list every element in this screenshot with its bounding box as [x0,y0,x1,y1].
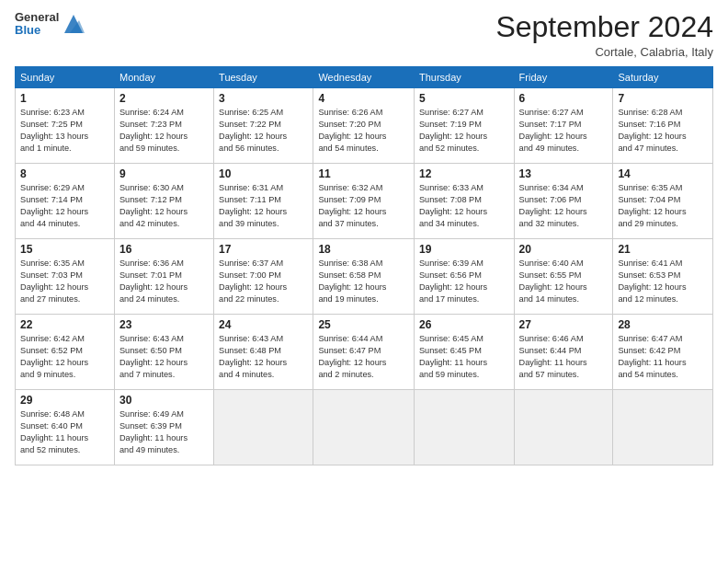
day-detail: Sunrise: 6:32 AM Sunset: 7:09 PM Dayligh… [318,182,409,230]
day-detail: Sunrise: 6:41 AM Sunset: 6:53 PM Dayligh… [618,258,708,305]
day-detail: Sunrise: 6:36 AM Sunset: 7:01 PM Dayligh… [119,258,209,305]
day-detail: Sunrise: 6:30 AM Sunset: 7:12 PM Dayligh… [119,182,209,230]
day-detail: Sunrise: 6:27 AM Sunset: 7:17 PM Dayligh… [519,107,609,155]
day-number: 21 [618,243,708,256]
day-cell: 9Sunrise: 6:30 AM Sunset: 7:12 PM Daylig… [114,164,213,239]
day-number: 27 [519,318,609,331]
day-detail: Sunrise: 6:23 AM Sunset: 7:25 PM Dayligh… [20,107,109,155]
day-number: 26 [419,318,509,331]
logo-general: General [15,11,59,24]
day-cell: 10Sunrise: 6:31 AM Sunset: 7:11 PM Dayli… [214,164,313,239]
day-detail: Sunrise: 6:35 AM Sunset: 7:03 PM Dayligh… [20,258,109,305]
day-number: 10 [219,167,308,180]
day-cell: 11Sunrise: 6:32 AM Sunset: 7:09 PM Dayli… [313,164,415,239]
logo: General Blue [15,11,86,38]
day-cell: 23Sunrise: 6:43 AM Sunset: 6:50 PM Dayli… [114,315,213,390]
day-number: 12 [419,167,509,180]
day-number: 7 [618,92,708,105]
day-detail: Sunrise: 6:33 AM Sunset: 7:08 PM Dayligh… [419,182,509,230]
logo-text: General Blue [15,11,59,38]
logo-icon [61,11,86,37]
day-cell: 28Sunrise: 6:47 AM Sunset: 6:42 PM Dayli… [613,315,713,390]
calendar-week-row: 22Sunrise: 6:42 AM Sunset: 6:52 PM Dayli… [16,315,713,390]
header: General Blue September 2024 Cortale, Cal… [15,11,713,59]
calendar-week-row: 8Sunrise: 6:29 AM Sunset: 7:14 PM Daylig… [16,164,713,239]
day-cell: 19Sunrise: 6:39 AM Sunset: 6:56 PM Dayli… [414,239,514,315]
page-container: General Blue September 2024 Cortale, Cal… [0,0,728,473]
day-detail: Sunrise: 6:44 AM Sunset: 6:47 PM Dayligh… [318,333,409,381]
day-detail: Sunrise: 6:49 AM Sunset: 6:39 PM Dayligh… [119,408,209,456]
day-cell: 13Sunrise: 6:34 AM Sunset: 7:06 PM Dayli… [514,164,613,239]
day-number: 24 [219,318,308,331]
day-detail: Sunrise: 6:25 AM Sunset: 7:22 PM Dayligh… [219,107,308,155]
day-number: 20 [519,243,609,256]
day-cell: 17Sunrise: 6:37 AM Sunset: 7:00 PM Dayli… [214,239,313,315]
empty-cell [414,390,514,465]
day-cell: 29Sunrise: 6:48 AM Sunset: 6:40 PM Dayli… [16,390,115,465]
col-saturday: Saturday [613,67,713,88]
day-detail: Sunrise: 6:46 AM Sunset: 6:44 PM Dayligh… [519,333,609,381]
day-number: 1 [20,92,109,105]
title-block: September 2024 Cortale, Calabria, Italy [495,11,713,59]
day-detail: Sunrise: 6:24 AM Sunset: 7:23 PM Dayligh… [119,107,209,155]
day-number: 6 [519,92,609,105]
day-cell: 30Sunrise: 6:49 AM Sunset: 6:39 PM Dayli… [114,390,213,465]
day-number: 5 [419,92,509,105]
day-detail: Sunrise: 6:29 AM Sunset: 7:14 PM Dayligh… [20,182,109,230]
day-detail: Sunrise: 6:48 AM Sunset: 6:40 PM Dayligh… [20,408,109,456]
day-cell: 21Sunrise: 6:41 AM Sunset: 6:53 PM Dayli… [613,239,713,315]
day-detail: Sunrise: 6:28 AM Sunset: 7:16 PM Dayligh… [618,107,708,155]
day-number: 4 [318,92,409,105]
day-detail: Sunrise: 6:43 AM Sunset: 6:50 PM Dayligh… [119,333,209,381]
day-cell: 18Sunrise: 6:38 AM Sunset: 6:58 PM Dayli… [313,239,415,315]
day-number: 30 [119,394,209,407]
empty-cell [514,390,613,465]
day-cell: 26Sunrise: 6:45 AM Sunset: 6:45 PM Dayli… [414,315,514,390]
day-cell: 22Sunrise: 6:42 AM Sunset: 6:52 PM Dayli… [16,315,115,390]
col-friday: Friday [514,67,613,88]
day-detail: Sunrise: 6:47 AM Sunset: 6:42 PM Dayligh… [618,333,708,381]
day-number: 29 [20,394,109,407]
day-number: 17 [219,243,308,256]
day-cell: 27Sunrise: 6:46 AM Sunset: 6:44 PM Dayli… [514,315,613,390]
day-cell: 5Sunrise: 6:27 AM Sunset: 7:19 PM Daylig… [414,88,514,164]
col-tuesday: Tuesday [214,67,313,88]
empty-cell [313,390,415,465]
day-number: 28 [618,318,708,331]
day-cell: 15Sunrise: 6:35 AM Sunset: 7:03 PM Dayli… [16,239,115,315]
day-cell: 20Sunrise: 6:40 AM Sunset: 6:55 PM Dayli… [514,239,613,315]
calendar-week-row: 15Sunrise: 6:35 AM Sunset: 7:03 PM Dayli… [16,239,713,315]
calendar-header-row: Sunday Monday Tuesday Wednesday Thursday… [16,67,713,88]
day-cell: 8Sunrise: 6:29 AM Sunset: 7:14 PM Daylig… [16,164,115,239]
day-detail: Sunrise: 6:26 AM Sunset: 7:20 PM Dayligh… [318,107,409,155]
day-cell: 7Sunrise: 6:28 AM Sunset: 7:16 PM Daylig… [613,88,713,164]
day-number: 23 [119,318,209,331]
day-detail: Sunrise: 6:37 AM Sunset: 7:00 PM Dayligh… [219,258,308,305]
day-number: 19 [419,243,509,256]
day-detail: Sunrise: 6:39 AM Sunset: 6:56 PM Dayligh… [419,258,509,305]
day-cell: 2Sunrise: 6:24 AM Sunset: 7:23 PM Daylig… [114,88,213,164]
day-number: 13 [519,167,609,180]
day-cell: 6Sunrise: 6:27 AM Sunset: 7:17 PM Daylig… [514,88,613,164]
month-title: September 2024 [495,11,713,43]
day-number: 25 [318,318,409,331]
empty-cell [214,390,313,465]
day-number: 22 [20,318,109,331]
day-cell: 12Sunrise: 6:33 AM Sunset: 7:08 PM Dayli… [414,164,514,239]
day-detail: Sunrise: 6:42 AM Sunset: 6:52 PM Dayligh… [20,333,109,381]
day-detail: Sunrise: 6:34 AM Sunset: 7:06 PM Dayligh… [519,182,609,230]
day-number: 14 [618,167,708,180]
empty-cell [613,390,713,465]
day-cell: 4Sunrise: 6:26 AM Sunset: 7:20 PM Daylig… [313,88,415,164]
day-cell: 16Sunrise: 6:36 AM Sunset: 7:01 PM Dayli… [114,239,213,315]
location: Cortale, Calabria, Italy [495,45,713,59]
day-detail: Sunrise: 6:43 AM Sunset: 6:48 PM Dayligh… [219,333,308,381]
day-detail: Sunrise: 6:40 AM Sunset: 6:55 PM Dayligh… [519,258,609,305]
day-detail: Sunrise: 6:35 AM Sunset: 7:04 PM Dayligh… [618,182,708,230]
logo-blue: Blue [15,24,59,37]
day-cell: 24Sunrise: 6:43 AM Sunset: 6:48 PM Dayli… [214,315,313,390]
day-number: 2 [119,92,209,105]
day-number: 9 [119,167,209,180]
day-number: 3 [219,92,308,105]
col-monday: Monday [114,67,213,88]
